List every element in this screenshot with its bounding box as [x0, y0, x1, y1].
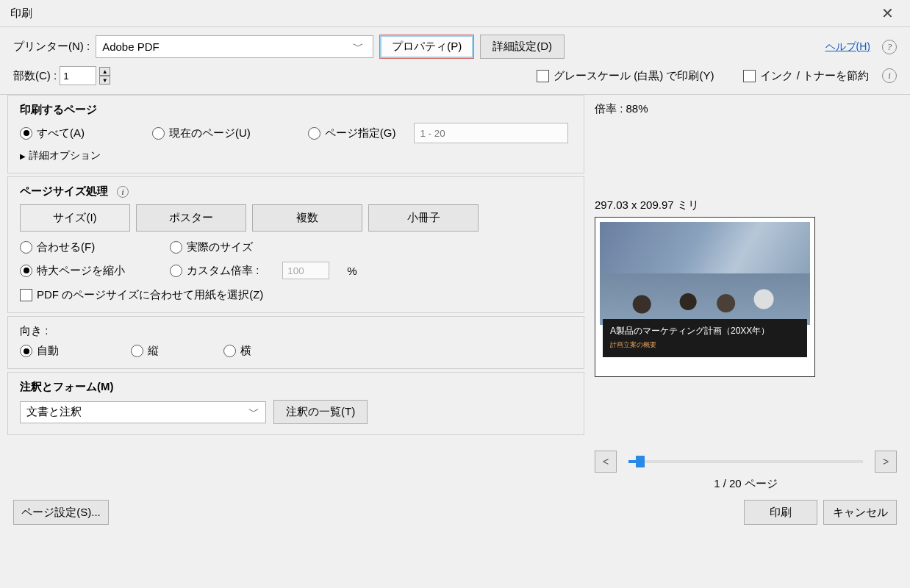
copies-up-icon[interactable]: ▲	[99, 67, 110, 76]
pdf-paper-label: PDF のページサイズに合わせて用紙を選択(Z)	[37, 288, 263, 302]
comments-forms-heading: 注釈とフォーム(M)	[20, 380, 572, 394]
shrink-label: 特大ページを縮小	[37, 264, 125, 278]
copies-label: 部数(C) :	[13, 69, 57, 83]
comments-forms-value: 文書と注釈	[26, 405, 82, 419]
actual-size-radio[interactable]: 実際のサイズ	[170, 240, 253, 254]
comments-forms-panel: 注釈とフォーム(M) 文書と注釈 ﹀ 注釈の一覧(T)	[7, 372, 584, 435]
custom-scale-input[interactable]	[282, 262, 329, 279]
preview-slide-subtitle: 計画立案の概要	[610, 340, 800, 350]
save-ink-checkbox[interactable]: インク / トナーを節約	[743, 69, 869, 83]
help-link[interactable]: ヘルプ(H)	[825, 40, 870, 54]
size-tab-size[interactable]: サイズ(I)	[20, 204, 130, 232]
preview-slide-title: A製品のマーケティング計画（20XX年）	[610, 325, 800, 337]
fit-radio[interactable]: 合わせる(F)	[20, 240, 152, 254]
printer-select[interactable]: Adobe PDF ﹀	[96, 35, 373, 58]
orient-auto-label: 自動	[37, 344, 59, 358]
close-icon[interactable]: ✕	[875, 1, 900, 25]
page-slider[interactable]	[628, 460, 863, 463]
printer-label: プリンター(N) :	[13, 40, 90, 54]
triangle-right-icon: ▶	[20, 152, 26, 160]
save-ink-info-icon[interactable]: i	[882, 68, 897, 83]
size-tab-booklet[interactable]: 小冊子	[368, 204, 479, 232]
size-panel: ページサイズ処理 i サイズ(I) ポスター 複数 小冊子 合わせる(F) 実際…	[7, 176, 584, 313]
pages-range-label: ページ指定(G)	[325, 126, 396, 140]
page-setup-button[interactable]: ページ設定(S)...	[13, 500, 109, 525]
save-ink-label: インク / トナーを節約	[760, 69, 869, 83]
print-button[interactable]: 印刷	[744, 500, 817, 525]
pdf-paper-checkbox[interactable]: PDF のページサイズに合わせて用紙を選択(Z)	[20, 288, 572, 302]
custom-scale-label: カスタム倍率 :	[187, 264, 259, 278]
printer-value: Adobe PDF	[102, 40, 349, 53]
advanced-settings-button[interactable]: 詳細設定(D)	[480, 35, 565, 59]
preview-dimensions: 297.03 x 209.97 ミリ	[595, 198, 897, 212]
chevron-down-icon: ﹀	[248, 405, 259, 419]
grayscale-label: グレースケール (白黒) で印刷(Y)	[553, 69, 714, 83]
detail-options-toggle[interactable]: ▶ 詳細オプション	[20, 149, 572, 162]
orient-landscape-radio[interactable]: 横	[223, 344, 251, 358]
size-tab-poster[interactable]: ポスター	[136, 204, 246, 232]
pages-range-input[interactable]	[414, 123, 568, 143]
orientation-panel: 向き : 自動 縦 横	[7, 316, 584, 369]
pages-range-radio[interactable]: ページ指定(G)	[308, 126, 396, 140]
cancel-button[interactable]: キャンセル	[823, 500, 897, 525]
dialog-title: 印刷	[10, 7, 32, 21]
size-info-icon[interactable]: i	[117, 186, 129, 198]
copies-input[interactable]	[60, 66, 96, 85]
pages-current-radio[interactable]: 現在のページ(U)	[152, 126, 251, 140]
orient-auto-radio[interactable]: 自動	[20, 344, 59, 358]
comments-list-button[interactable]: 注釈の一覧(T)	[273, 400, 368, 424]
pages-heading: 印刷するページ	[20, 103, 572, 117]
prev-page-button[interactable]: <	[595, 451, 617, 473]
orient-portrait-label: 縦	[148, 344, 159, 358]
pages-all-label: すべて(A)	[37, 126, 85, 140]
help-info-icon[interactable]: ?	[882, 40, 897, 54]
percent-label: %	[347, 265, 357, 277]
comments-forms-select[interactable]: 文書と注釈 ﹀	[20, 401, 266, 423]
custom-scale-radio[interactable]: カスタム倍率 :	[170, 264, 259, 278]
detail-options-label: 詳細オプション	[29, 149, 101, 162]
properties-button[interactable]: プロパティ(P)	[379, 35, 474, 59]
copies-down-icon[interactable]: ▼	[99, 76, 110, 85]
orient-portrait-radio[interactable]: 縦	[131, 344, 159, 358]
orientation-heading: 向き :	[20, 324, 572, 338]
next-page-button[interactable]: >	[875, 451, 897, 473]
fit-label: 合わせる(F)	[37, 240, 95, 254]
pages-current-label: 現在のページ(U)	[169, 126, 251, 140]
size-heading: ページサイズ処理	[20, 184, 108, 198]
actual-size-label: 実際のサイズ	[187, 240, 253, 254]
page-counter: 1 / 20 ページ	[595, 477, 897, 491]
zoom-value: 88%	[626, 102, 648, 115]
page-preview: A製品のマーケティング計画（20XX年） 計画立案の概要	[595, 217, 815, 377]
chevron-down-icon: ﹀	[349, 40, 367, 54]
zoom-label: 倍率 :	[595, 102, 623, 115]
pages-panel: 印刷するページ すべて(A) 現在のページ(U) ページ指定(G) ▶ 詳細オプ…	[7, 95, 584, 173]
size-tab-multiple[interactable]: 複数	[252, 204, 362, 232]
preview-panel: 倍率 : 88% 297.03 x 209.97 ミリ A製品のマーケティング計…	[589, 95, 903, 491]
shrink-radio[interactable]: 特大ページを縮小	[20, 264, 152, 278]
grayscale-checkbox[interactable]: グレースケール (白黒) で印刷(Y)	[537, 69, 714, 83]
pages-all-radio[interactable]: すべて(A)	[20, 126, 85, 140]
orient-landscape-label: 横	[240, 344, 251, 358]
